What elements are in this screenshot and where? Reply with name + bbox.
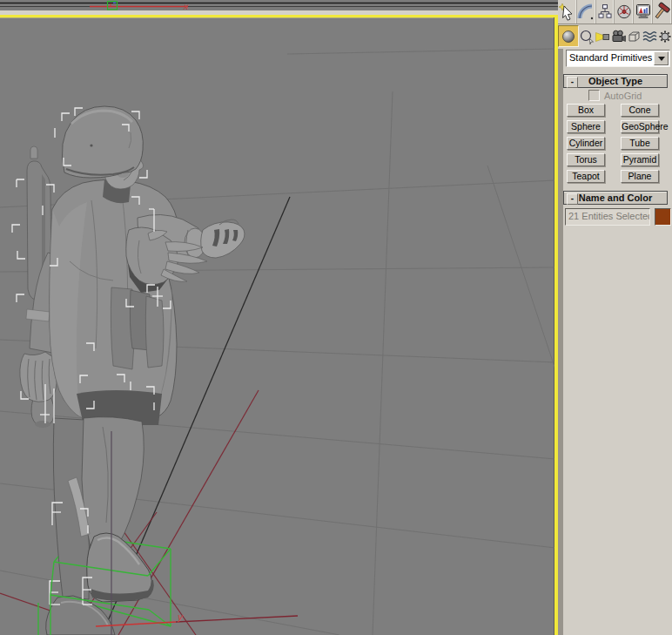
teapot-button[interactable]: Teapot [567, 170, 605, 183]
category-systems[interactable] [657, 26, 672, 47]
autogrid-row: AutoGrid [584, 90, 642, 101]
top-viewport-sliver: x [0, 0, 558, 15]
helpers-icon [626, 28, 642, 45]
autogrid-checkbox[interactable] [588, 90, 600, 101]
pyramid-button[interactable]: Pyramid [621, 153, 659, 166]
app-window: x [0, 0, 672, 635]
rollout-title: Name and Color [564, 192, 667, 204]
rifle-muzzle [30, 146, 37, 159]
category-lights[interactable] [595, 26, 610, 47]
box-button[interactable]: Box [567, 104, 605, 117]
dropdown-value: Standard Primitives [569, 52, 652, 63]
tube-button[interactable]: Tube [621, 137, 659, 150]
dropdown-button[interactable] [654, 51, 669, 65]
sphere-button[interactable]: Sphere [567, 120, 605, 133]
hierarchy-tree-icon [596, 2, 614, 22]
utilities-hammer-icon [654, 2, 671, 22]
cylinder-button[interactable]: Cylinder [567, 137, 605, 150]
primitive-category-dropdown[interactable]: Standard Primitives [566, 50, 670, 67]
tab-create[interactable] [558, 0, 577, 24]
category-cameras[interactable] [610, 26, 626, 47]
display-monitor-icon [635, 2, 652, 22]
collapse-button[interactable]: - [567, 193, 578, 205]
motion-wheel-icon [615, 2, 633, 22]
cameras-icon [610, 28, 626, 45]
autogrid-label: AutoGrid [604, 91, 642, 101]
viewport-border-top [0, 15, 558, 18]
tab-hierarchy[interactable] [596, 0, 615, 24]
geosphere-button[interactable]: GeoSphere [621, 120, 659, 133]
object-color-swatch[interactable] [655, 208, 671, 226]
category-helpers[interactable] [626, 26, 642, 47]
tab-utilities[interactable] [653, 0, 672, 24]
modify-bend-icon [577, 2, 595, 22]
category-geometry[interactable] [558, 25, 579, 47]
plane-button[interactable]: Plane [621, 170, 659, 183]
space-warps-icon [642, 28, 657, 45]
rollout-name-color-header[interactable]: - Name and Color [563, 191, 668, 205]
command-panel-tabs [558, 0, 672, 24]
geometry-sphere-icon [561, 30, 575, 44]
chevron-down-icon [658, 57, 665, 61]
shapes-icon [579, 28, 595, 45]
command-panel: Standard Primitives - Object Type AutoGr… [558, 0, 672, 635]
left-hand [20, 352, 57, 402]
cone-button[interactable]: Cone [621, 104, 659, 117]
category-shapes[interactable] [579, 26, 595, 47]
category-space-warps[interactable] [642, 26, 657, 47]
collapse-button[interactable]: - [567, 77, 578, 88]
object-name-field[interactable]: 21 Entities Selected [565, 208, 650, 226]
torus-button[interactable]: Torus [567, 153, 605, 166]
lights-flashlight-icon [595, 28, 610, 45]
rollout-object-type-header[interactable]: - Object Type [563, 74, 668, 88]
rollout-title: Object Type [564, 75, 667, 87]
viewport[interactable]: x [0, 0, 558, 635]
create-categories [558, 24, 672, 48]
tab-display[interactable] [634, 0, 653, 24]
viewport-canvas[interactable]: x [0, 0, 558, 635]
systems-gear-icon [659, 28, 671, 45]
create-arrow-icon [558, 2, 575, 22]
panel-gutter [558, 49, 563, 635]
tab-motion[interactable] [615, 0, 634, 24]
tab-modify[interactable] [577, 0, 596, 24]
